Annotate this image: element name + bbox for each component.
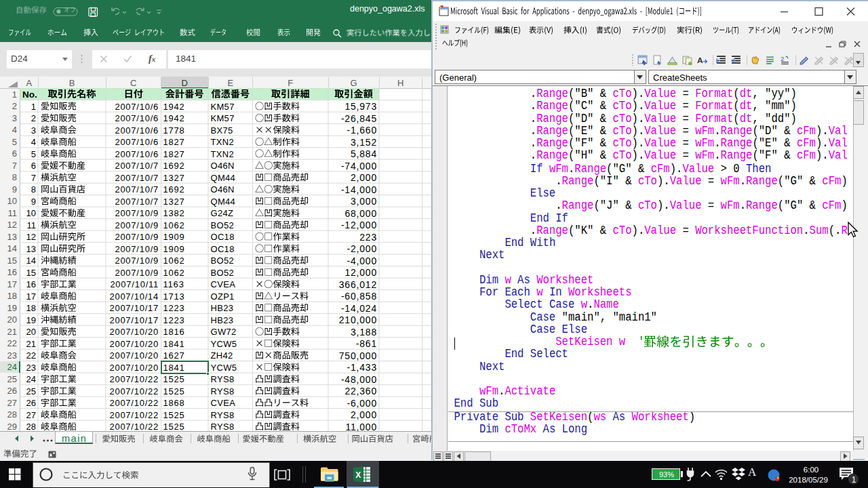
svg-text:X: X xyxy=(355,470,361,480)
svg-text:A: A xyxy=(697,56,703,64)
svg-text:2: 2 xyxy=(781,55,784,62)
svg-text:1: 1 xyxy=(852,475,856,485)
